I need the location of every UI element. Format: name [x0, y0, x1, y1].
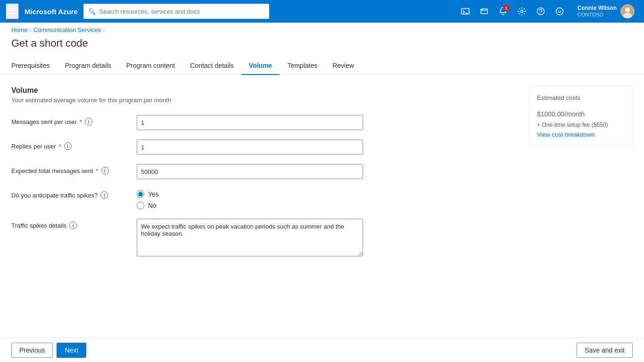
previous-button[interactable]: Previous	[11, 343, 53, 358]
cost-label: Estimated costs	[537, 94, 625, 101]
top-navigation: ☰ Microsoft Azure 🔍 1 Connie Wilson CONT…	[0, 0, 644, 23]
form-area: Volume Your estimated average volume for…	[11, 86, 518, 330]
expected-total-info-icon[interactable]: i	[101, 167, 109, 174]
user-org: CONTOSO	[578, 12, 617, 18]
search-bar: 🔍	[83, 4, 269, 19]
main-content: Volume Your estimated average volume for…	[0, 75, 644, 337]
breadcrumb-section[interactable]: Communication Services	[33, 26, 101, 33]
replies-per-user-input[interactable]	[137, 140, 363, 155]
svg-point-3	[482, 9, 483, 10]
breadcrumb: Home › Communication Services ›	[0, 23, 644, 35]
tab-templates[interactable]: Templates	[280, 57, 325, 75]
svg-point-9	[560, 10, 561, 11]
save-exit-button[interactable]: Save and exit	[577, 343, 633, 358]
cost-amount-value: $1000.00	[537, 110, 564, 118]
traffic-spikes-info-icon[interactable]: i	[100, 191, 108, 199]
traffic-spikes-row: Do you anticipate traffic spikes? i Yes …	[11, 189, 518, 209]
traffic-spikes-yes-option[interactable]: Yes	[137, 190, 159, 198]
required-star-1: *	[80, 118, 82, 125]
tab-contact-details[interactable]: Contact details	[182, 57, 241, 75]
traffic-spikes-no-label: No	[148, 202, 157, 209]
expected-total-input-wrapper	[137, 164, 363, 179]
user-name: Connie Wilson	[578, 5, 617, 11]
tab-prerequisites[interactable]: Prerequisites	[11, 57, 58, 75]
traffic-spikes-details-wrapper: We expect traffic spikes on peak vacatio…	[137, 219, 363, 258]
breadcrumb-home[interactable]: Home	[11, 26, 28, 33]
messages-per-user-label: Messages sent per user * i	[11, 115, 129, 125]
required-star-3: *	[96, 167, 98, 174]
replies-per-user-input-wrapper	[137, 140, 363, 155]
user-menu[interactable]: Connie Wilson CONTOSO	[574, 2, 638, 20]
tab-bar: Prerequisites Program details Program co…	[0, 57, 644, 75]
cost-panel: Estimated costs $1000.00/month + One-tim…	[529, 86, 633, 146]
section-subtitle: Your estimated average volume for this p…	[11, 97, 518, 104]
tab-volume[interactable]: Volume	[241, 57, 280, 75]
tab-program-details[interactable]: Program details	[58, 57, 119, 75]
cost-amount: $1000.00/month	[537, 105, 625, 120]
messages-per-user-info-icon[interactable]: i	[85, 118, 92, 125]
svg-point-11	[625, 8, 630, 12]
next-button[interactable]: Next	[57, 343, 86, 358]
replies-per-user-label: Replies per user * i	[11, 140, 129, 150]
required-star-2: *	[59, 143, 61, 150]
avatar	[620, 4, 635, 18]
svg-point-12	[623, 13, 632, 18]
directory-button[interactable]	[476, 3, 493, 20]
traffic-spikes-label: Do you anticipate traffic spikes? i	[11, 189, 129, 199]
traffic-spikes-no-option[interactable]: No	[137, 202, 159, 209]
messages-per-user-input-wrapper	[137, 115, 363, 130]
svg-point-6	[540, 13, 541, 14]
traffic-spikes-details-textarea[interactable]: We expect traffic spikes on peak vacatio…	[137, 219, 363, 256]
tab-program-content[interactable]: Program content	[119, 57, 183, 75]
svg-point-7	[556, 8, 563, 15]
settings-button[interactable]	[513, 3, 530, 20]
traffic-spikes-yes-radio[interactable]	[137, 190, 144, 198]
hamburger-menu[interactable]: ☰	[6, 3, 19, 19]
svg-point-4	[520, 10, 523, 13]
expected-total-row: Expected total messages sent * i	[11, 164, 518, 179]
replies-per-user-row: Replies per user * i	[11, 140, 518, 155]
topnav-icon-group: 1	[457, 3, 568, 20]
messages-per-user-row: Messages sent per user * i	[11, 115, 518, 130]
traffic-spikes-details-label: Traffic spikes details i	[11, 219, 129, 229]
section-title: Volume	[11, 86, 518, 95]
page-title: Get a short code	[0, 35, 644, 57]
traffic-spikes-no-radio[interactable]	[137, 202, 144, 209]
expected-total-label: Expected total messages sent * i	[11, 164, 129, 174]
notifications-button[interactable]: 1	[495, 3, 512, 20]
cloud-shell-button[interactable]	[457, 3, 474, 20]
messages-per-user-input[interactable]	[137, 115, 363, 130]
replies-per-user-info-icon[interactable]: i	[64, 142, 72, 150]
app-logo: Microsoft Azure	[25, 8, 78, 16]
expected-total-input[interactable]	[137, 164, 363, 179]
feedback-button[interactable]	[551, 3, 568, 20]
search-icon: 🔍	[88, 8, 96, 15]
search-input[interactable]	[99, 8, 264, 15]
cost-period: /month	[564, 110, 585, 118]
breadcrumb-sep-2: ›	[103, 27, 105, 33]
tab-review[interactable]: Review	[325, 57, 362, 75]
breadcrumb-sep-1: ›	[30, 27, 32, 33]
cost-setup: + One-time setup fee ($650)	[537, 122, 625, 128]
traffic-spikes-radio-group: Yes No	[137, 189, 159, 209]
svg-point-8	[558, 10, 559, 11]
help-button[interactable]	[532, 3, 549, 20]
traffic-spikes-details-info-icon[interactable]: i	[69, 222, 77, 229]
traffic-spikes-yes-label: Yes	[148, 190, 159, 198]
footer: Previous Next Save and exit	[0, 337, 644, 362]
cost-breakdown-link[interactable]: View cost breakdown	[537, 131, 625, 138]
traffic-spikes-details-row: Traffic spikes details i We expect traff…	[11, 219, 518, 258]
notification-badge: 1	[503, 5, 510, 11]
